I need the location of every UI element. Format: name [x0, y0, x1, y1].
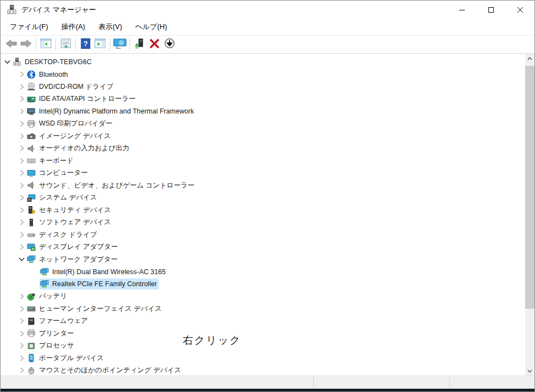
- chevron-right-icon[interactable]: [17, 82, 26, 91]
- tree-item-content[interactable]: ヒューマン インターフェイス デバイス: [26, 303, 162, 314]
- tree-item-content[interactable]: オーディオの入力および出力: [26, 143, 129, 154]
- tree-item[interactable]: マウスとそのほかのポインティング デバイス: [1, 365, 525, 376]
- chevron-down-icon[interactable]: [3, 58, 12, 66]
- properties-button[interactable]: [58, 37, 73, 52]
- tree-item[interactable]: バッテリ: [1, 291, 525, 303]
- tree-item-content[interactable]: セキュリティ デバイス: [26, 204, 111, 215]
- chevron-right-icon[interactable]: [17, 95, 26, 104]
- chevron-right-icon[interactable]: [17, 169, 26, 178]
- tree-item-content[interactable]: バッテリ: [26, 291, 67, 302]
- scroll-down-icon[interactable]: [525, 366, 534, 376]
- tree-item-content[interactable]: DESKTOP-TEBVG6C: [12, 56, 92, 67]
- help-button[interactable]: ?: [78, 37, 93, 52]
- tree-item-content[interactable]: ディスプレイ アダプター: [26, 242, 118, 253]
- tree-item-content[interactable]: システム デバイス: [26, 192, 97, 203]
- tree-item[interactable]: ソフトウェア デバイス: [1, 217, 525, 229]
- tree-item[interactable]: キーボード: [1, 155, 525, 167]
- chevron-right-icon[interactable]: [17, 218, 26, 227]
- tree-item[interactable]: Intel(R) Dual Band Wireless-AC 3165: [1, 266, 525, 279]
- tree-item[interactable]: システム デバイス: [1, 192, 525, 204]
- menu-file[interactable]: ファイル(F): [5, 20, 53, 34]
- tree-item[interactable]: WSD 印刷プロバイダー: [1, 118, 525, 130]
- chevron-right-icon[interactable]: [17, 144, 26, 153]
- scrollbar-thumb[interactable]: [525, 66, 534, 309]
- back-button[interactable]: [4, 37, 19, 52]
- tree-item-content[interactable]: Intel(R) Dynamic Platform and Thermal Fr…: [26, 106, 194, 117]
- chevron-right-icon[interactable]: [17, 107, 26, 116]
- tree-item[interactable]: ファームウェア: [1, 315, 525, 328]
- forward-button[interactable]: [19, 37, 33, 52]
- chevron-right-icon[interactable]: [17, 70, 26, 79]
- tree-item-content[interactable]: IDE ATA/ATAPI コントローラー: [26, 94, 136, 105]
- tree-item-content[interactable]: ソフトウェア デバイス: [26, 217, 111, 228]
- tree-item[interactable]: イメージング デバイス: [1, 130, 525, 143]
- vertical-scrollbar[interactable]: [525, 54, 534, 376]
- tree-item[interactable]: DVD/CD-ROM ドライブ: [1, 81, 525, 93]
- tree-item-content[interactable]: マウスとそのほかのポインティング デバイス: [26, 365, 181, 376]
- tree-item[interactable]: ポータブル デバイス: [1, 352, 525, 365]
- chevron-right-icon[interactable]: [17, 304, 26, 313]
- tree-item[interactable]: セキュリティ デバイス: [1, 204, 525, 217]
- tree-item-content[interactable]: プリンター: [26, 328, 74, 339]
- chevron-right-icon[interactable]: [17, 132, 26, 140]
- tree-item-content[interactable]: キーボード: [26, 155, 74, 166]
- tree-item[interactable]: ヒューマン インターフェイス デバイス: [1, 303, 525, 315]
- tree-item-content[interactable]: プロセッサ: [26, 340, 74, 351]
- tree-item[interactable]: コンピューター: [1, 167, 525, 180]
- menu-view[interactable]: 表示(V): [93, 20, 127, 34]
- tree-item-content[interactable]: ポータブル デバイス: [26, 353, 104, 363]
- chevron-right-icon[interactable]: [17, 329, 26, 338]
- tree-item[interactable]: Realtek PCIe FE Family Controller: [1, 278, 525, 291]
- tree-item-content[interactable]: ファームウェア: [26, 316, 88, 327]
- chevron-right-icon[interactable]: [17, 366, 26, 375]
- chevron-right-icon[interactable]: [17, 342, 26, 350]
- tree-item-content[interactable]: DVD/CD-ROM ドライブ: [26, 81, 114, 92]
- minimize-button[interactable]: [447, 1, 476, 19]
- menu-help[interactable]: ヘルプ(H): [131, 20, 172, 34]
- tree-item-content[interactable]: サウンド、ビデオ、およびゲーム コントローラー: [26, 180, 194, 191]
- chevron-right-icon[interactable]: [17, 317, 26, 326]
- hid-icon: [26, 304, 36, 313]
- tree-item-content[interactable]: コンピューター: [26, 168, 88, 179]
- update-driver-button[interactable]: [132, 37, 147, 52]
- scan-hardware-changes-button[interactable]: [112, 37, 127, 52]
- tree-item[interactable]: DESKTOP-TEBVG6C: [1, 56, 525, 69]
- audio-io-icon: [26, 181, 36, 190]
- chevron-right-icon[interactable]: [17, 181, 26, 190]
- selected-tree-item[interactable]: Realtek PCIe FE Family Controller: [40, 279, 159, 289]
- tree-item[interactable]: Intel(R) Dynamic Platform and Thermal Fr…: [1, 105, 525, 118]
- tree-item-content[interactable]: WSD 印刷プロバイダー: [26, 118, 112, 129]
- chevron-right-icon[interactable]: [17, 243, 26, 252]
- tree-item[interactable]: サウンド、ビデオ、およびゲーム コントローラー: [1, 179, 525, 192]
- tree-item-content[interactable]: ネットワーク アダプター: [26, 254, 118, 265]
- action-pane-button[interactable]: [93, 37, 108, 52]
- tree-item[interactable]: Bluetooth: [1, 69, 525, 81]
- show-console-tree-button[interactable]: [38, 37, 53, 52]
- disable-device-button[interactable]: [162, 37, 177, 52]
- scroll-up-icon[interactable]: [525, 54, 534, 63]
- chevron-right-icon[interactable]: [17, 156, 26, 165]
- chevron-right-icon[interactable]: [17, 120, 26, 128]
- chevron-right-icon[interactable]: [17, 230, 26, 239]
- maximize-button[interactable]: [476, 1, 505, 19]
- tree-item[interactable]: ディスプレイ アダプター: [1, 241, 525, 254]
- tree-item[interactable]: オーディオの入力および出力: [1, 143, 525, 155]
- tree-item-content[interactable]: イメージング デバイス: [26, 130, 111, 141]
- tree-item-content[interactable]: ディスク ドライブ: [26, 229, 97, 240]
- tree-item-content[interactable]: Bluetooth: [26, 69, 68, 80]
- chevron-right-icon[interactable]: [17, 292, 26, 301]
- close-button[interactable]: [505, 1, 534, 19]
- chevron-down-icon[interactable]: [17, 255, 26, 264]
- uninstall-device-button[interactable]: [147, 37, 162, 52]
- tree-item[interactable]: IDE ATA/ATAPI コントローラー: [1, 93, 525, 106]
- menu-action[interactable]: 操作(A): [57, 20, 90, 34]
- tree-item[interactable]: プロセッサ: [1, 340, 525, 353]
- chevron-right-icon[interactable]: [17, 354, 26, 362]
- chevron-right-icon[interactable]: [17, 194, 26, 202]
- chevron-right-icon[interactable]: [17, 206, 26, 214]
- tree-item[interactable]: プリンター: [1, 327, 525, 340]
- tree-item[interactable]: ネットワーク アダプター: [1, 253, 525, 266]
- tree-item-content[interactable]: Intel(R) Dual Band Wireless-AC 3165: [40, 266, 166, 277]
- disk-drive-icon: [26, 230, 36, 239]
- tree-item[interactable]: ディスク ドライブ: [1, 229, 525, 241]
